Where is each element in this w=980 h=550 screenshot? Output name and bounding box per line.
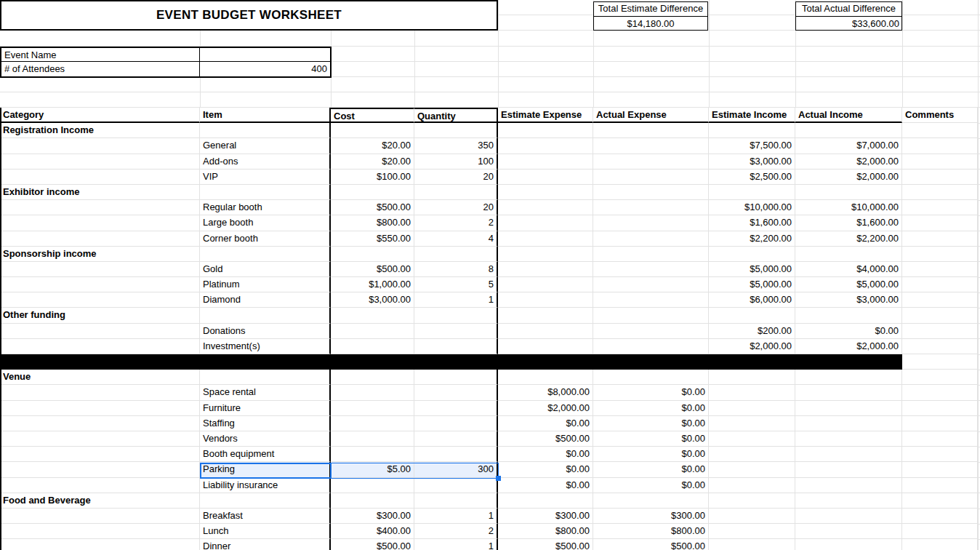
- cell-est-exp[interactable]: $800.00: [498, 524, 593, 539]
- cell-qty[interactable]: 4: [414, 231, 498, 247]
- cell-est-inc[interactable]: $2,000.00: [709, 339, 795, 354]
- cell-qty[interactable]: [414, 324, 498, 339]
- cell-category[interactable]: [0, 339, 200, 354]
- cell-category[interactable]: [0, 200, 200, 215]
- cell-qty[interactable]: [414, 401, 498, 416]
- cell-act-exp[interactable]: [593, 292, 709, 308]
- cell-est-exp[interactable]: $0.00: [498, 416, 593, 431]
- cell-qty[interactable]: 350: [414, 138, 498, 154]
- cell-act-exp[interactable]: [593, 185, 709, 200]
- cell-item[interactable]: Diamond: [200, 292, 331, 308]
- cell-act-exp[interactable]: [593, 370, 709, 385]
- cell-item[interactable]: Regular booth: [200, 200, 331, 215]
- column-header-quantity[interactable]: Quantity: [414, 108, 498, 123]
- cell-comment[interactable]: [902, 478, 978, 493]
- cell-comment[interactable]: [902, 277, 978, 292]
- cell-est-inc[interactable]: $3,000.00: [709, 154, 795, 170]
- cell-est-inc[interactable]: $2,200.00: [709, 231, 795, 247]
- column-header-category[interactable]: Category: [0, 108, 200, 123]
- cell-est-inc[interactable]: [709, 416, 795, 431]
- cell-est-exp[interactable]: $2,000.00: [498, 401, 593, 416]
- cell-item[interactable]: Parking: [200, 462, 331, 477]
- cell-act-exp[interactable]: [593, 247, 709, 262]
- cell-qty[interactable]: 5: [414, 277, 498, 292]
- attendees-label[interactable]: # of Attendees: [1, 62, 200, 76]
- cell-cost[interactable]: $550.00: [331, 231, 414, 247]
- cell-act-inc[interactable]: $7,000.00: [795, 138, 902, 154]
- cell-item[interactable]: [200, 493, 331, 509]
- cell-act-exp[interactable]: $0.00: [593, 401, 709, 416]
- cell-cost[interactable]: [331, 478, 414, 493]
- cell-cost[interactable]: $20.00: [331, 154, 414, 170]
- cell-comment[interactable]: [902, 401, 978, 416]
- cell-category[interactable]: [0, 262, 200, 277]
- cell-category[interactable]: [0, 401, 200, 416]
- cell-item[interactable]: Gold: [200, 262, 331, 277]
- cell-category[interactable]: [0, 170, 200, 185]
- cell-est-exp[interactable]: $500.00: [498, 431, 593, 447]
- cell-act-exp[interactable]: [593, 200, 709, 215]
- column-header-actual-expense[interactable]: Actual Expense: [593, 108, 709, 123]
- cell-act-inc[interactable]: [795, 493, 902, 509]
- cell-category[interactable]: [0, 509, 200, 524]
- cell-qty[interactable]: [414, 478, 498, 493]
- cell-act-exp[interactable]: $500.00: [593, 539, 709, 550]
- cell-comment[interactable]: [902, 308, 978, 323]
- cell-act-exp[interactable]: $0.00: [593, 385, 709, 400]
- cell-cost[interactable]: $300.00: [331, 509, 414, 524]
- cell-qty[interactable]: [414, 370, 498, 385]
- cell-act-inc[interactable]: [795, 539, 902, 550]
- cell-est-exp[interactable]: [498, 324, 593, 339]
- cell-act-inc[interactable]: [795, 478, 902, 493]
- cell-category[interactable]: [0, 292, 200, 308]
- cell-comment[interactable]: [902, 524, 978, 539]
- cell-act-inc[interactable]: $2,200.00: [795, 231, 902, 247]
- cell-act-inc[interactable]: $1,600.00: [795, 215, 902, 231]
- cell-qty[interactable]: 2: [414, 215, 498, 231]
- cell-qty[interactable]: 2: [414, 524, 498, 539]
- cell-category[interactable]: [0, 231, 200, 247]
- cell-comment[interactable]: [902, 123, 978, 138]
- cell-act-exp[interactable]: $0.00: [593, 478, 709, 493]
- cell-comment[interactable]: [902, 385, 978, 400]
- cell-cost[interactable]: $500.00: [331, 200, 414, 215]
- cell-act-inc[interactable]: $2,000.00: [795, 339, 902, 354]
- column-header-actual-income[interactable]: Actual Income: [795, 108, 902, 123]
- cell-act-inc[interactable]: [795, 524, 902, 539]
- cell-comment[interactable]: [902, 493, 978, 509]
- cell-act-inc[interactable]: [795, 447, 902, 462]
- cell-item[interactable]: VIP: [200, 170, 331, 185]
- cell-qty[interactable]: [414, 493, 498, 509]
- cell-category[interactable]: Sponsorship income: [0, 247, 200, 262]
- cell-category[interactable]: [0, 324, 200, 339]
- cell-item[interactable]: [200, 123, 331, 138]
- cell-est-inc[interactable]: [709, 509, 795, 524]
- cell-est-inc[interactable]: [709, 539, 795, 550]
- cell-est-inc[interactable]: $6,000.00: [709, 292, 795, 308]
- cell-act-inc[interactable]: $4,000.00: [795, 262, 902, 277]
- cell-est-inc[interactable]: [709, 401, 795, 416]
- cell-act-inc[interactable]: $2,000.00: [795, 154, 902, 170]
- cell-cost[interactable]: $20.00: [331, 138, 414, 154]
- cell-qty[interactable]: 1: [414, 539, 498, 550]
- cell-category[interactable]: [0, 277, 200, 292]
- cell-cost[interactable]: $500.00: [331, 262, 414, 277]
- cell-est-exp[interactable]: [498, 308, 593, 323]
- cell-cost[interactable]: $5.00: [331, 462, 414, 477]
- cell-category[interactable]: Other funding: [0, 308, 200, 323]
- cell-act-inc[interactable]: [795, 509, 902, 524]
- cell-est-inc[interactable]: [709, 493, 795, 509]
- cell-cost[interactable]: [331, 493, 414, 509]
- cell-qty[interactable]: [414, 339, 498, 354]
- cell-cost[interactable]: [331, 324, 414, 339]
- cell-comment[interactable]: [902, 416, 978, 431]
- cell-act-exp[interactable]: $300.00: [593, 509, 709, 524]
- cell-est-exp[interactable]: [498, 339, 593, 354]
- cell-est-exp[interactable]: $8,000.00: [498, 385, 593, 400]
- cell-comment[interactable]: [902, 509, 978, 524]
- cell-act-inc[interactable]: [795, 385, 902, 400]
- column-header-cost[interactable]: Cost: [331, 108, 414, 123]
- total-actual-difference-label[interactable]: Total Actual Difference: [796, 2, 901, 17]
- cell-cost[interactable]: [331, 247, 414, 262]
- cell-qty[interactable]: [414, 123, 498, 138]
